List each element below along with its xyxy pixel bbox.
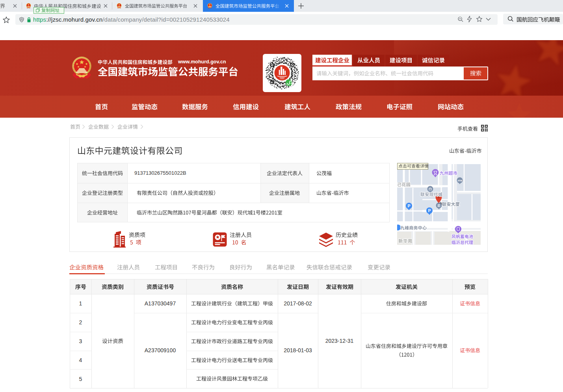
svg-text:P: P — [428, 208, 431, 213]
svg-text:P: P — [407, 203, 410, 208]
svg-text:ATM: ATM — [457, 179, 462, 182]
